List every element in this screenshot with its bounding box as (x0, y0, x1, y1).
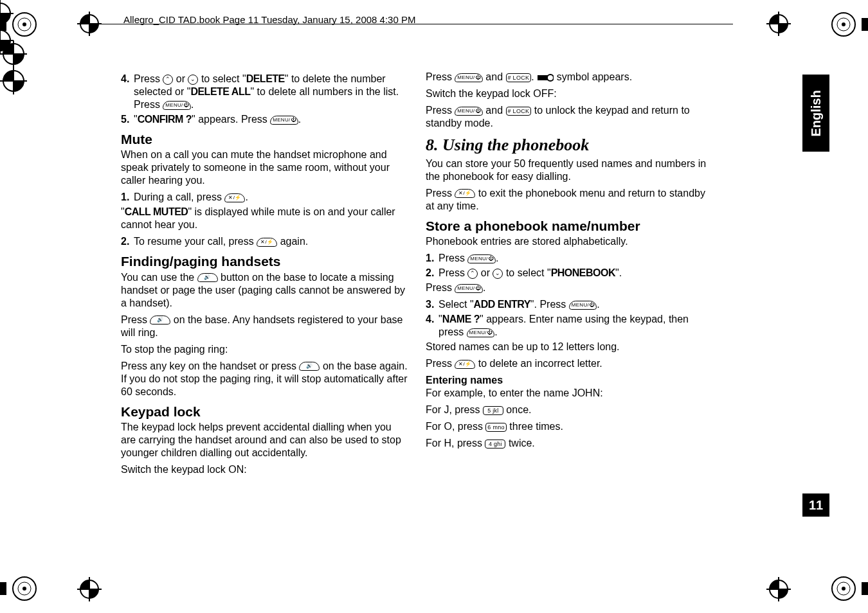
step-text: During a call, press ✕/⚡. (134, 191, 409, 204)
text: three times. (507, 421, 563, 432)
text: again. (277, 236, 308, 247)
paragraph: Press ✕/⚡ to delete an incorrect letter. (426, 357, 714, 370)
paragraph: Stored names can be up to 12 letters lon… (426, 341, 714, 353)
running-header: Allegro_CID TAD.book Page 11 Tuesday, Ja… (123, 14, 415, 25)
svg-point-1 (547, 75, 554, 81)
step-number: 3. (426, 298, 439, 311)
text: to delete an incorrect letter. (475, 358, 602, 369)
text: or (478, 267, 493, 278)
step-number: 2. (121, 235, 134, 248)
speaker-key-icon: 🔊 (299, 362, 320, 371)
registration-target-icon (76, 576, 103, 603)
text: Press (121, 314, 150, 325)
text: once. (503, 404, 532, 415)
heading-keypad-lock: Keypad lock (121, 404, 409, 420)
step-number: 2. (426, 267, 439, 280)
step-text: Select "ADD ENTRY". Press MENU/⏻. (439, 298, 714, 311)
step-number: 1. (426, 252, 439, 265)
step-text: Press ⌃ or ⌄ to select "DELETE" to delet… (134, 73, 409, 111)
text: to select " (198, 73, 246, 84)
menu-key-icon: MENU/⏻ (569, 301, 597, 310)
speaker-key-icon: 🔊 (197, 273, 218, 282)
registration-mark-icon (0, 574, 39, 613)
text: and (483, 105, 506, 116)
svg-point-12 (23, 587, 26, 591)
hash-key-icon: # LOCK (506, 73, 532, 82)
paragraph: Press ✕/⚡ to exit the phonebook menu and… (426, 187, 714, 213)
step-number: 4. (121, 73, 134, 111)
registration-target-icon (0, 67, 27, 94)
page-number-tab: 11 (802, 493, 829, 517)
step-1: 1. During a call, press ✕/⚡. (121, 191, 409, 204)
text: Press (439, 253, 467, 263)
step-number: 5. (121, 113, 134, 126)
display-text: CALL MUTED (125, 206, 188, 217)
registration-target-icon (765, 10, 792, 37)
text: and (483, 71, 506, 82)
lock-symbol-icon (537, 73, 554, 82)
text: Press (426, 105, 455, 116)
paragraph: The keypad lock helps prevent accidental… (121, 421, 409, 459)
text: . (494, 326, 497, 337)
step-text: Press ⌃ or ⌄ to select "PHONEBOOK". (439, 267, 714, 280)
key-4-icon: 4 ghi (485, 440, 505, 449)
registration-mark-icon (829, 574, 868, 613)
text: " appears. Press (192, 114, 270, 125)
text: . (496, 253, 498, 263)
text: twice. (505, 438, 534, 449)
svg-point-4 (23, 22, 26, 26)
text: . (245, 191, 248, 202)
menu-key-icon: MENU/⏻ (455, 284, 483, 293)
text: Select " (439, 299, 474, 310)
key-5-icon: 5 jkl (483, 406, 503, 415)
paragraph: To stop the paging ring: (121, 343, 409, 356)
display-text: CONFIRM ? (138, 114, 192, 125)
text: For H, press (426, 438, 485, 449)
paragraph: Press MENU/⏻ and # LOCK to unlock the ke… (426, 104, 714, 130)
step-4: 4. "NAME ?" appears. Enter name using th… (426, 313, 714, 339)
text: Press any key on the handset or press (121, 360, 299, 371)
paragraph: Press any key on the handset or press 🔊 … (121, 360, 409, 398)
heading-store: Store a phonebook name/number (426, 218, 714, 235)
paragraph: Press MENU/⏻ and # LOCK. symbol appears. (426, 71, 714, 84)
svg-rect-17 (862, 582, 868, 595)
up-key-icon: ⌃ (467, 269, 478, 279)
paragraph: Switch the keypad lock ON: (121, 463, 409, 476)
speaker-key-icon: 🔊 (150, 315, 170, 324)
step-3: 3. Select "ADD ENTRY". Press MENU/⏻. (426, 298, 714, 311)
menu-key-icon: MENU/⏻ (455, 107, 483, 116)
registration-target-icon (76, 10, 103, 37)
text: . (597, 299, 599, 310)
step-5: 5. "CONFIRM ?" appears. Press MENU/⏻. (121, 113, 409, 126)
step-number: 4. (426, 313, 439, 339)
display-text: PHONEBOOK (551, 267, 615, 278)
text: Press (426, 358, 455, 369)
menu-key-icon: MENU/⏻ (163, 101, 191, 110)
text: to select " (503, 267, 550, 278)
registration-mark-icon (829, 0, 868, 39)
text: You can use the (121, 272, 197, 283)
text: ". (615, 267, 622, 278)
paragraph: Phonebook entries are stored alphabetica… (426, 235, 714, 248)
step-2: 2. Press ⌃ or ⌄ to select "PHONEBOOK". (426, 267, 714, 280)
step-4: 4. Press ⌃ or ⌄ to select "DELETE" to de… (121, 73, 409, 111)
down-key-icon: ⌄ (493, 269, 503, 279)
svg-rect-9 (862, 18, 868, 31)
text: ". Press (530, 299, 569, 310)
text: Press (439, 267, 467, 278)
cancel-key-icon: ✕/⚡ (455, 360, 475, 369)
display-text: DELETE (246, 73, 285, 84)
paragraph: For O, press 6 mno three times. (426, 420, 714, 433)
svg-point-16 (842, 587, 845, 591)
hash-key-icon: # LOCK (506, 107, 532, 116)
display-text: DELETE ALL (190, 86, 250, 97)
heading-mute: Mute (121, 131, 409, 148)
text: Press (426, 71, 455, 82)
registration-target-icon (0, 40, 27, 67)
paragraph: For example, to enter the name JOHN: (426, 387, 714, 400)
svg-point-8 (842, 22, 845, 26)
display-text: ADD ENTRY (474, 299, 530, 310)
paragraph: "CALL MUTED" is displayed while mute is … (121, 206, 409, 231)
page-number: 11 (809, 498, 823, 513)
menu-key-icon: MENU/⏻ (270, 116, 298, 125)
